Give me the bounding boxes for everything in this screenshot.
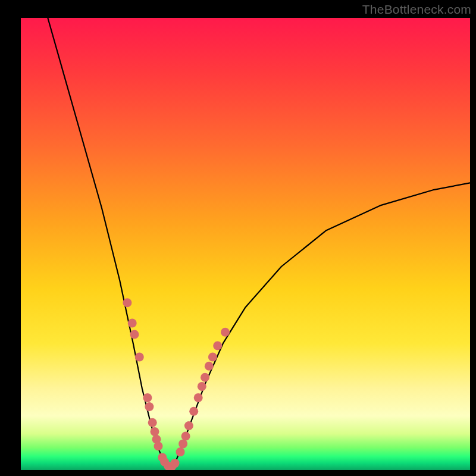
marker-dot xyxy=(154,441,163,450)
marker-dot xyxy=(123,298,131,307)
marker-dots xyxy=(123,298,230,470)
watermark-text: TheBottleneck.com xyxy=(362,2,471,17)
marker-dot xyxy=(178,439,187,448)
curve-svg xyxy=(21,18,470,470)
chart-frame: TheBottleneck.com xyxy=(0,0,476,476)
marker-dot xyxy=(130,330,139,339)
marker-dot xyxy=(151,427,159,436)
marker-dot xyxy=(148,418,157,427)
marker-dot xyxy=(205,362,214,371)
marker-dot xyxy=(145,402,154,411)
marker-dot xyxy=(189,407,198,416)
marker-dot xyxy=(181,432,190,441)
plot-area xyxy=(21,18,470,470)
marker-dot xyxy=(176,447,185,456)
marker-dot xyxy=(171,459,180,468)
marker-dot xyxy=(208,353,217,362)
marker-dot xyxy=(143,393,152,402)
main-curve xyxy=(48,18,470,468)
marker-dot xyxy=(128,319,137,328)
marker-dot xyxy=(135,353,144,362)
curve-path-group xyxy=(48,18,470,468)
marker-dot xyxy=(201,373,209,382)
marker-dot xyxy=(198,382,206,391)
marker-dot xyxy=(221,328,230,337)
marker-dot xyxy=(194,393,203,402)
marker-dot xyxy=(213,342,222,350)
marker-dot xyxy=(184,421,193,430)
